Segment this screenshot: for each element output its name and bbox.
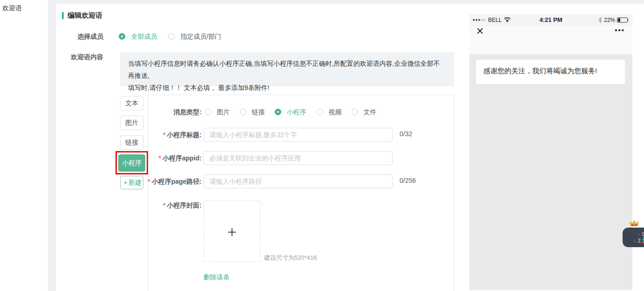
required-asterisk: * xyxy=(163,201,165,209)
title-char-counter: 0/32 xyxy=(400,130,412,138)
notice-line-1: 当填写小程序信息时请务必确认小程序正确,当填写小程序信息不正确时,所配置的欢迎语… xyxy=(128,57,446,82)
field-appid-label: *小程序appid: xyxy=(127,154,202,163)
delete-entry-link[interactable]: 删除该条 xyxy=(203,273,230,282)
phone-nav-bar xyxy=(469,26,632,54)
speed-widget[interactable]: VIP ↑ 0K/s ↓ 2.1K/s xyxy=(623,220,644,253)
msgtype-radio-file[interactable]: 文件 xyxy=(352,108,376,117)
sidebar-item-welcome-message[interactable]: 欢迎语 xyxy=(0,0,48,13)
member-radio-specified-label[interactable]: 指定成员/部门 xyxy=(180,33,221,40)
section-title: 编辑欢迎语 xyxy=(62,11,102,20)
field-cover-label: *小程序封面: xyxy=(127,201,202,210)
tab-image[interactable]: 图片 xyxy=(120,116,143,130)
radio-unselected-icon[interactable] xyxy=(168,33,175,40)
battery-icon xyxy=(617,17,629,23)
left-sidebar: 欢迎语 xyxy=(0,0,48,291)
member-select-label: 选择成员 xyxy=(29,33,103,41)
notice-box: 当填写小程序信息时请务必确认小程序正确,当填写小程序信息不正确时,所配置的欢迎语… xyxy=(120,52,454,86)
upload-arrow-icon: ↑ xyxy=(638,232,640,237)
welcome-message-bubble: 感谢您的关注，我们将竭诚为您服务! xyxy=(476,60,625,84)
section-title-text: 编辑欢迎语 xyxy=(68,11,102,20)
msgtype-video-label[interactable]: 视频 xyxy=(328,108,341,116)
msgtype-link-label[interactable]: 链接 xyxy=(251,108,264,116)
msgtype-file-label[interactable]: 文件 xyxy=(363,108,376,116)
msgtype-radio-image[interactable]: 图片 xyxy=(205,108,230,117)
pagepath-char-counter: 0/256 xyxy=(400,177,416,184)
phone-preview: ●●●○○ BELL 4:21 PM 22% ✕ ••• 感谢您的关注，我们将竭… xyxy=(469,14,632,290)
radio-unselected-icon[interactable] xyxy=(352,109,358,115)
download-arrow-icon: ↓ xyxy=(634,238,636,243)
battery-percent: 22% xyxy=(604,17,615,23)
required-asterisk: * xyxy=(148,178,150,185)
msgtype-miniprogram-label[interactable]: 小程序 xyxy=(286,108,306,116)
field-title-label: *小程序标题: xyxy=(127,131,202,139)
radio-unselected-icon[interactable] xyxy=(240,109,246,115)
msgtype-radio-link[interactable]: 链接 xyxy=(240,108,264,117)
bluetooth-icon xyxy=(598,17,602,23)
plus-icon[interactable]: ＋ xyxy=(224,224,239,239)
msgtype-radio-miniprogram[interactable]: 小程序 xyxy=(275,108,306,117)
svg-text:VIP: VIP xyxy=(633,224,636,226)
member-radio-all[interactable]: 全部成员 xyxy=(119,32,157,41)
section-title-bar xyxy=(62,12,64,19)
cover-size-hint: 建议尺寸为520*416 xyxy=(264,254,317,262)
speed-pill[interactable]: ↑ 0K/s ↓ 2.1K/s xyxy=(623,228,644,247)
member-radio-specified[interactable]: 指定成员/部门 xyxy=(168,32,221,41)
radio-unselected-icon[interactable] xyxy=(205,109,211,115)
phone-status-bar: ●●●○○ BELL 4:21 PM 22% xyxy=(469,14,632,26)
required-asterisk: * xyxy=(159,154,161,162)
miniprogram-title-input[interactable] xyxy=(203,128,393,142)
content-label: 欢迎语内容 xyxy=(29,53,103,62)
radio-selected-icon[interactable] xyxy=(119,33,125,40)
cover-upload-box[interactable]: ＋ xyxy=(203,201,260,262)
field-pagepath-label: *小程序page路径: xyxy=(127,178,202,186)
message-type-label: 消息类型: xyxy=(141,108,202,117)
msgtype-image-label[interactable]: 图片 xyxy=(217,108,230,116)
msgtype-radio-video[interactable]: 视频 xyxy=(317,108,341,117)
radio-selected-icon[interactable] xyxy=(275,109,281,115)
vip-crown-icon: VIP xyxy=(630,220,639,227)
radio-unselected-icon[interactable] xyxy=(317,109,323,115)
required-asterisk: * xyxy=(163,131,165,139)
miniprogram-pagepath-input[interactable] xyxy=(203,174,393,188)
more-menu-icon[interactable]: ••• xyxy=(615,26,625,34)
notice-line-2: 填写时,请仔细！！ 文本必填， 最多添加9条附件! xyxy=(128,82,446,94)
close-icon[interactable]: ✕ xyxy=(476,26,484,37)
member-radio-all-label[interactable]: 全部成员 xyxy=(131,33,157,40)
miniprogram-appid-input[interactable] xyxy=(203,151,393,165)
tab-text[interactable]: 文本 xyxy=(120,96,143,111)
